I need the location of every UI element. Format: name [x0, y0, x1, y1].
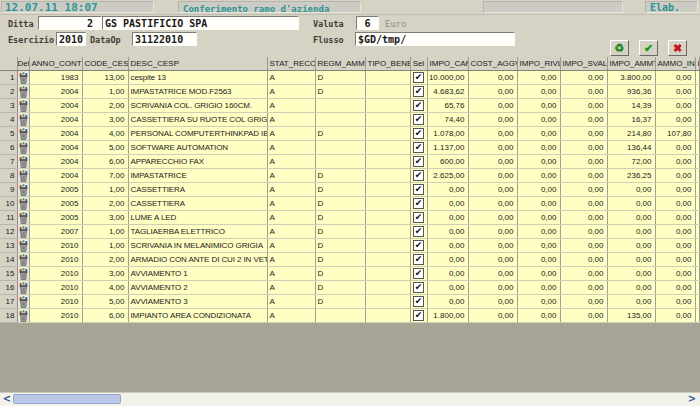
cell-code_cesp[interactable]: 1,00 — [82, 85, 128, 99]
cell-ammo_inde[interactable]: 0,00 — [655, 169, 695, 183]
cell-impo_ammt[interactable]: 0,00 — [607, 267, 655, 281]
cell-ammo_inde[interactable]: 0,00 — [655, 99, 695, 113]
cell-code_cesp[interactable]: 7,00 — [82, 169, 128, 183]
cell-anno_cont[interactable]: 2004 — [29, 127, 82, 141]
cell-regm_ammt[interactable]: D — [315, 85, 365, 99]
delete-row-button[interactable] — [18, 72, 29, 84]
cell-desc_cesp[interactable]: CASSETTIERA — [128, 197, 267, 211]
cell-impo_sval[interactable]: 0,00 — [560, 183, 607, 197]
row-select-checkbox[interactable]: ✔ — [413, 86, 424, 97]
cell-ammo_inde[interactable]: 0,00 — [655, 197, 695, 211]
cell-code_cesp[interactable]: 5,00 — [82, 295, 128, 309]
cell-anno_cont[interactable]: 2004 — [29, 155, 82, 169]
row-select-checkbox[interactable]: ✔ — [413, 156, 424, 167]
cell-impo_sval[interactable]: 0,00 — [560, 211, 607, 225]
cell-anno_cont[interactable]: 2005 — [29, 183, 82, 197]
cell-desc_cesp[interactable]: CASSETTIERA — [128, 183, 267, 197]
cell-impo_ammt[interactable]: 14,39 — [607, 99, 655, 113]
cell-impo_ammt[interactable]: 0,00 — [607, 225, 655, 239]
cell-ammo_inde[interactable]: 0,00 — [655, 85, 695, 99]
cell-regm_ammt[interactable]: D — [315, 267, 365, 281]
cell-impo_rivl[interactable]: 0,00 — [517, 113, 560, 127]
cell-regm_ammt[interactable]: D — [315, 197, 365, 211]
cell-impo_rivl[interactable]: 0,00 — [517, 253, 560, 267]
cell-desc_cesp[interactable]: cespite 13 — [128, 71, 267, 85]
cell-impo_cari[interactable]: 1.078,00 — [427, 127, 468, 141]
cell-impo_cari[interactable]: 0,00 — [427, 267, 468, 281]
cell-regm_ammt[interactable]: D — [315, 239, 365, 253]
cell-tipo_bene[interactable] — [365, 225, 410, 239]
cell-anno_cont[interactable]: 2004 — [29, 113, 82, 127]
cell-impo_sval[interactable]: 0,00 — [560, 197, 607, 211]
cell-anno_cont[interactable]: 2007 — [29, 225, 82, 239]
row-select-checkbox[interactable]: ✔ — [413, 198, 424, 209]
row-select-checkbox[interactable]: ✔ — [413, 240, 424, 251]
cell-anno_cont[interactable]: 2010 — [29, 239, 82, 253]
cell-impo_cari[interactable]: 0,00 — [427, 239, 468, 253]
cell-regm_ammt[interactable] — [315, 113, 365, 127]
cell-cost_aggv[interactable]: 0,00 — [468, 253, 517, 267]
ditta-code-field[interactable] — [38, 16, 102, 30]
cell-ammo_inde[interactable]: 0,00 — [655, 211, 695, 225]
cell-impo_rivl[interactable]: 0,00 — [517, 85, 560, 99]
flusso-field[interactable] — [355, 32, 515, 46]
cell-tipo_bene[interactable] — [365, 169, 410, 183]
cell-desc_cesp[interactable]: TAGLIAERBA ELETTRICO — [128, 225, 267, 239]
cell-stat_reco[interactable]: A — [267, 169, 315, 183]
refresh-button[interactable]: ♻ — [610, 40, 629, 56]
cell-regm_ammt[interactable]: D — [315, 183, 365, 197]
delete-row-button[interactable] — [18, 86, 29, 98]
cell-stat_reco[interactable]: A — [267, 211, 315, 225]
row-select-checkbox[interactable]: ✔ — [413, 254, 424, 265]
cell-impo_rivl[interactable]: 0,00 — [517, 225, 560, 239]
cell-impo_ammt[interactable]: 136,44 — [607, 141, 655, 155]
cell-desc_cesp[interactable]: ARMADIO CON ANTE DI CUI 2 IN VETRO — [128, 253, 267, 267]
cell-impo_cari[interactable]: 0,00 — [427, 253, 468, 267]
cell-cost_aggv[interactable]: 0,00 — [468, 295, 517, 309]
cell-impo_ammt[interactable]: 0,00 — [607, 183, 655, 197]
cell-desc_cesp[interactable]: AVVIAMENTO 1 — [128, 267, 267, 281]
cell-impo_cari[interactable]: 0,00 — [427, 197, 468, 211]
dataop-field[interactable] — [132, 32, 197, 46]
cell-anno_cont[interactable]: 2004 — [29, 141, 82, 155]
cell-anno_cont[interactable]: 2010 — [29, 267, 82, 281]
cancel-button[interactable]: ✖ — [668, 40, 687, 56]
cell-impo_sval[interactable]: 0,00 — [560, 267, 607, 281]
cell-impo_rivl[interactable]: 0,00 — [517, 295, 560, 309]
cell-impo_rivl[interactable]: 0,00 — [517, 169, 560, 183]
delete-row-button[interactable] — [18, 240, 29, 252]
delete-row-button[interactable] — [18, 142, 29, 154]
cell-desc_cesp[interactable]: IMPASTATRICE — [128, 169, 267, 183]
cell-stat_reco[interactable]: A — [267, 183, 315, 197]
cell-impo_cari[interactable]: 0,00 — [427, 211, 468, 225]
cell-ammo_inde[interactable]: 0,00 — [655, 225, 695, 239]
cell-impo_rivl[interactable]: 0,00 — [517, 239, 560, 253]
cell-stat_reco[interactable]: A — [267, 127, 315, 141]
cell-tipo_bene[interactable] — [365, 197, 410, 211]
cell-ammo_inde[interactable]: 0,00 — [655, 71, 695, 85]
delete-row-button[interactable] — [18, 226, 29, 238]
cell-cost_aggv[interactable]: 0,00 — [468, 197, 517, 211]
cell-code_cesp[interactable]: 1,00 — [82, 183, 128, 197]
row-select-checkbox[interactable]: ✔ — [413, 282, 424, 293]
esercizio-field[interactable] — [56, 32, 86, 46]
cell-cost_aggv[interactable]: 0,00 — [468, 71, 517, 85]
cell-regm_ammt[interactable]: D — [315, 225, 365, 239]
cell-regm_ammt[interactable]: D — [315, 295, 365, 309]
scroll-left-icon[interactable]: < — [1, 393, 13, 405]
cell-stat_reco[interactable]: A — [267, 239, 315, 253]
cell-stat_reco[interactable]: A — [267, 253, 315, 267]
cell-desc_cesp[interactable]: SCRIVANIA COL. GRIGIO 160CM. — [128, 99, 267, 113]
cell-tipo_bene[interactable] — [365, 253, 410, 267]
cell-desc_cesp[interactable]: PERSONAL COMPUTERTHINKPAD IBM — [128, 127, 267, 141]
cell-anno_cont[interactable]: 2005 — [29, 211, 82, 225]
cell-tipo_bene[interactable] — [365, 295, 410, 309]
cell-anno_cont[interactable]: 2004 — [29, 99, 82, 113]
cell-impo_sval[interactable]: 0,00 — [560, 141, 607, 155]
cell-impo_sval[interactable]: 0,00 — [560, 127, 607, 141]
cell-regm_ammt[interactable] — [315, 141, 365, 155]
cell-desc_cesp[interactable]: IMPASTATRICE MOD.F2563 — [128, 85, 267, 99]
cell-impo_sval[interactable]: 0,00 — [560, 225, 607, 239]
row-select-checkbox[interactable]: ✔ — [413, 170, 424, 181]
cell-desc_cesp[interactable]: IMPIANTO AREA CONDIZIONATA — [128, 309, 267, 323]
